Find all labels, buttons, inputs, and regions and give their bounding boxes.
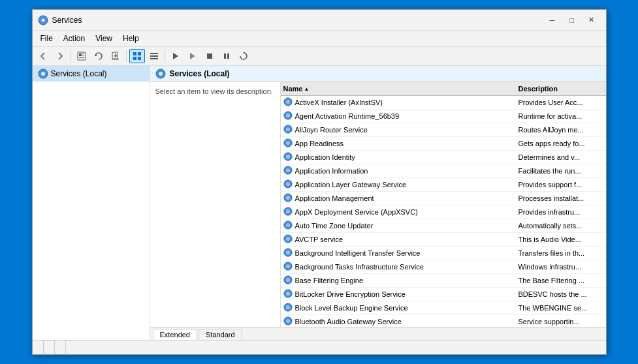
table-row[interactable]: ActiveX Installer (AxInstSV) Provides Us…: [281, 96, 606, 110]
service-name: ActiveX Installer (AxInstSV): [295, 99, 383, 106]
service-name: AVCTP service: [295, 235, 343, 243]
table-row[interactable]: Application Information Facilitates the …: [281, 164, 606, 178]
maximize-button[interactable]: □: [563, 14, 581, 27]
row-service-icon: [283, 262, 293, 272]
table-row[interactable]: Background Tasks Infrastructure Service …: [281, 260, 606, 274]
back-button[interactable]: [35, 49, 51, 63]
svg-rect-18: [207, 53, 212, 59]
table-row[interactable]: AppX Deployment Service (AppXSVC) Provid…: [281, 205, 606, 219]
minimize-button[interactable]: ─: [543, 14, 562, 27]
cell-description: This is Audio Vide...: [516, 235, 606, 244]
service-name: Application Management: [295, 194, 374, 202]
svg-rect-15: [150, 58, 158, 59]
menu-view[interactable]: View: [90, 32, 118, 45]
service-name: Agent Activation Runtime_56b39: [295, 112, 400, 120]
view-list-button[interactable]: [129, 49, 145, 63]
cell-name: Agent Activation Runtime_56b39: [281, 110, 516, 122]
close-button[interactable]: ✕: [582, 14, 601, 27]
column-header-name[interactable]: Name ▲: [281, 84, 516, 93]
cell-name: Background Tasks Infrastructure Service: [281, 261, 516, 273]
cell-name: Application Layer Gateway Service: [281, 179, 516, 190]
service-name: AppX Deployment Service (AppXSVC): [295, 208, 418, 216]
svg-rect-14: [150, 55, 158, 57]
cell-name: Block Level Backup Engine Service: [281, 302, 516, 314]
table-row[interactable]: AVCTP service This is Audio Vide...: [281, 233, 606, 247]
table-row[interactable]: Block Level Backup Engine Service The WB…: [281, 301, 606, 315]
stop-button[interactable]: [202, 49, 217, 63]
table-row[interactable]: BitLocker Drive Encryption Service BDESV…: [281, 288, 606, 301]
view-detail-button[interactable]: [146, 49, 162, 63]
row-service-icon: [283, 248, 293, 258]
play-button[interactable]: [168, 49, 183, 63]
cell-name: Bluetooth Audio Gateway Service: [281, 316, 516, 327]
svg-rect-11: [133, 57, 136, 60]
cell-name: Application Identity: [281, 151, 516, 163]
status-segment-3: [55, 341, 66, 354]
cell-name: Auto Time Zone Updater: [281, 220, 516, 232]
content-header-text: Services (Local): [170, 69, 230, 78]
row-service-icon: [283, 316, 293, 327]
sidebar: Services (Local): [33, 66, 150, 340]
svg-rect-13: [150, 53, 158, 54]
cell-description: Provides User Acc...: [516, 98, 606, 107]
forward-button[interactable]: [52, 49, 68, 63]
row-service-icon: [283, 207, 293, 217]
service-name: Auto Time Zone Updater: [295, 222, 374, 230]
row-service-icon: [283, 234, 293, 245]
cell-description: Determines and v...: [516, 153, 606, 162]
table-row[interactable]: Background Intelligent Transfer Service …: [281, 247, 606, 260]
toolbar-separator-2: [126, 50, 127, 62]
column-header-description[interactable]: Description: [516, 84, 606, 93]
svg-rect-8: [112, 59, 119, 60]
tab-standard[interactable]: Standard: [199, 329, 242, 340]
toolbar-separator-1: [71, 50, 71, 62]
show-scope-button[interactable]: [74, 49, 89, 63]
table-row[interactable]: App Readiness Gets apps ready fo...: [281, 137, 606, 151]
table-row[interactable]: Agent Activation Runtime_56b39 Runtime f…: [281, 110, 606, 123]
service-name: Base Filtering Engine: [295, 277, 364, 284]
cell-description: The Base Filtering ...: [516, 276, 606, 285]
row-service-icon: [283, 303, 293, 313]
cell-description: Facilitates the run...: [516, 166, 606, 175]
row-service-icon: [283, 152, 293, 162]
table-row[interactable]: Application Layer Gateway Service Provid…: [281, 178, 606, 192]
refresh-button[interactable]: [91, 49, 106, 63]
main-content: Services (Local) Services (Local) Selec: [33, 66, 606, 340]
menu-help[interactable]: Help: [118, 32, 144, 45]
cell-name: Application Information: [281, 165, 516, 177]
svg-rect-10: [138, 52, 141, 55]
svg-rect-20: [227, 53, 229, 59]
table-row[interactable]: AllJoyn Router Service Routes AllJoyn me…: [281, 123, 606, 137]
tabs-bar: Extended Standard: [150, 327, 606, 340]
content-header-icon: [155, 68, 166, 79]
table-row[interactable]: Bluetooth Audio Gateway Service Service …: [281, 315, 606, 327]
svg-rect-3: [79, 53, 82, 56]
status-segment-1: [33, 341, 44, 354]
service-name: AllJoyn Router Service: [295, 126, 368, 134]
table-body[interactable]: ActiveX Installer (AxInstSV) Provides Us…: [281, 96, 606, 327]
menu-file[interactable]: File: [35, 32, 58, 45]
export-button[interactable]: [108, 49, 123, 63]
svg-rect-9: [133, 52, 136, 55]
table-row[interactable]: Base Filtering Engine The Base Filtering…: [281, 274, 606, 288]
cell-description: Service supportin...: [516, 317, 606, 326]
cell-description: Processes installat...: [516, 194, 606, 203]
table-row[interactable]: Application Management Processes install…: [281, 192, 606, 205]
play2-button[interactable]: [185, 49, 200, 63]
menu-action[interactable]: Action: [58, 32, 90, 45]
pause-button[interactable]: [219, 49, 234, 63]
sidebar-item-services-local[interactable]: Services (Local): [33, 66, 150, 82]
cell-description: Gets apps ready fo...: [516, 139, 606, 148]
svg-point-23: [41, 72, 45, 76]
cell-name: AllJoyn Router Service: [281, 124, 516, 136]
row-service-icon: [283, 111, 293, 121]
restart-button[interactable]: [236, 49, 251, 63]
table-row[interactable]: Auto Time Zone Updater Automatically set…: [281, 219, 606, 233]
pane-layout: Select an item to view its description. …: [150, 82, 606, 327]
service-name: Background Tasks Infrastructure Service: [295, 263, 424, 271]
tab-extended[interactable]: Extended: [153, 329, 197, 340]
svg-marker-16: [173, 53, 178, 59]
table-header: Name ▲ Description: [281, 82, 606, 96]
table-row[interactable]: Application Identity Determines and v...: [281, 151, 606, 164]
status-segment-2: [44, 341, 55, 354]
